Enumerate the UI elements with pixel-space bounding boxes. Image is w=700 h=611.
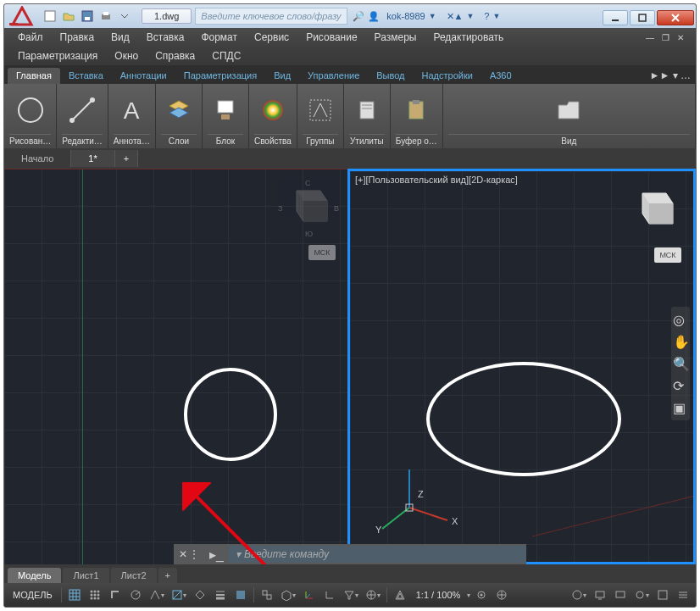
panel-label-draw[interactable]: Рисован…	[9, 134, 51, 148]
block-icon[interactable]	[208, 92, 243, 128]
panel-label-annotation[interactable]: Аннота…	[114, 134, 150, 148]
nav-showmotion-icon[interactable]: ▣	[673, 400, 688, 415]
cmdline-handle-icon[interactable]: ⋮	[189, 548, 199, 560]
status-snap-icon[interactable]	[86, 586, 104, 604]
exchange-icon[interactable]: ✕▲	[447, 11, 464, 22]
panel-label-clipboard[interactable]: Буфер о…	[396, 134, 437, 148]
menu-parametric[interactable]: Параметризация	[9, 48, 106, 64]
ucs-icon[interactable]: X Y Z	[367, 448, 469, 553]
nav-wheel-icon[interactable]: ◎	[673, 312, 688, 327]
status-osnap-icon[interactable]: ▾	[169, 586, 189, 604]
menu-spds[interactable]: СПДС	[203, 48, 249, 64]
status-hwaccel-icon[interactable]	[611, 586, 630, 604]
qat-new-icon[interactable]	[42, 8, 58, 25]
status-gizmo-icon[interactable]: ▾	[363, 586, 383, 604]
status-gear-icon[interactable]	[472, 586, 491, 604]
panel-label-modify[interactable]: Редакти…	[62, 134, 103, 148]
nav-zoom-icon[interactable]: 🔍	[673, 356, 688, 371]
status-filter-icon[interactable]: ▾	[341, 586, 361, 604]
status-annoscale-icon[interactable]	[391, 586, 409, 604]
signin-icon[interactable]: 👤	[368, 11, 380, 22]
close-button[interactable]	[657, 10, 694, 25]
status-annotate-icon[interactable]	[492, 586, 511, 604]
dropdown-icon[interactable]: ▼	[429, 12, 436, 20]
status-monitor-icon[interactable]	[591, 586, 609, 604]
ribbon-tab-output[interactable]: Вывод	[368, 68, 413, 84]
ribbon-tab-a360[interactable]: A360	[481, 68, 520, 84]
ribbon-collapse-icon[interactable]: ►► ▾ …	[645, 67, 696, 84]
minimize-button[interactable]	[603, 10, 628, 25]
qat-save-icon[interactable]	[79, 8, 96, 25]
status-lineweight-icon[interactable]	[211, 586, 230, 604]
command-input[interactable]: ▾Введите команду	[229, 546, 526, 563]
ribbon-tab-home[interactable]: Главная	[8, 68, 60, 84]
nav-orbit-icon[interactable]: ⟳	[673, 378, 688, 393]
panel-label-block[interactable]: Блок	[208, 134, 243, 148]
text-icon[interactable]: A	[114, 92, 149, 128]
qat-print-icon[interactable]	[97, 8, 114, 25]
panel-label-groups[interactable]: Группы	[303, 134, 338, 148]
ribbon-tab-manage[interactable]: Управление	[299, 68, 368, 84]
dropdown-icon[interactable]: ▼	[492, 12, 500, 20]
circle-icon[interactable]	[13, 92, 48, 128]
menu-format[interactable]: Формат	[192, 30, 246, 45]
binoculars-icon[interactable]: 🔎	[353, 11, 364, 22]
mdi-minimize-icon[interactable]: ―	[643, 31, 657, 43]
properties-icon[interactable]	[255, 92, 291, 128]
status-autosnap-icon[interactable]	[191, 586, 209, 604]
qat-more-icon[interactable]	[116, 8, 133, 25]
file-tab-start[interactable]: Начало	[4, 150, 71, 167]
layout-tab-add[interactable]: +	[158, 568, 177, 583]
app-logo[interactable]	[4, 4, 40, 28]
status-zoom-label[interactable]: 1:1 / 100%	[411, 586, 466, 604]
status-polar-icon[interactable]	[126, 586, 145, 604]
user-label[interactable]: kok-8989	[386, 11, 425, 21]
viewport-right[interactable]: [+][Пользовательский вид][2D-каркас] МСК…	[347, 169, 696, 564]
help-icon[interactable]: ?	[484, 11, 489, 21]
ribbon-tab-view[interactable]: Вид	[265, 68, 299, 84]
mdi-close-icon[interactable]: ✕	[674, 31, 687, 43]
status-iso-icon[interactable]: ▾	[147, 586, 167, 604]
status-isolate-icon[interactable]: ▾	[631, 586, 652, 604]
menu-view[interactable]: Вид	[103, 30, 138, 45]
menu-draw[interactable]: Рисование	[297, 30, 365, 45]
status-dynucs-icon[interactable]	[320, 586, 339, 604]
layout-tab-sheet1[interactable]: Лист1	[63, 568, 108, 583]
title-file-tab[interactable]: 1.dwg	[142, 8, 192, 24]
menu-dimensions[interactable]: Размеры	[366, 30, 425, 45]
status-customize-icon[interactable]	[674, 586, 692, 604]
drawing-circle-left[interactable]	[184, 368, 277, 461]
qat-open-icon[interactable]	[60, 8, 77, 25]
menu-edit[interactable]: Правка	[52, 30, 103, 45]
groups-icon[interactable]	[303, 92, 338, 128]
ribbon-tab-addins[interactable]: Надстройки	[414, 68, 481, 84]
menu-file[interactable]: Файл	[9, 30, 52, 45]
status-cleanscreen-icon[interactable]	[653, 586, 672, 604]
mdi-restore-icon[interactable]: ❐	[658, 31, 672, 43]
status-workspace-icon[interactable]: ▾	[569, 586, 589, 604]
view-icon[interactable]	[551, 92, 586, 128]
layout-tab-sheet2[interactable]: Лист2	[111, 568, 157, 583]
ribbon-tab-annotate[interactable]: Аннотации	[112, 68, 175, 84]
viewcube-right[interactable]	[627, 183, 681, 237]
status-ucs-icon[interactable]	[300, 586, 319, 604]
status-cycle-icon[interactable]	[258, 586, 276, 604]
menu-modify[interactable]: Редактировать	[425, 30, 512, 45]
layout-tab-model[interactable]: Модель	[8, 568, 61, 583]
viewcube-left[interactable]: С З В Ю	[281, 181, 336, 235]
status-ortho-icon[interactable]	[106, 586, 125, 604]
clipboard-icon[interactable]	[398, 92, 434, 128]
ribbon-tab-insert[interactable]: Вставка	[60, 68, 112, 84]
panel-label-properties[interactable]: Свойства	[254, 134, 292, 148]
status-3dosnap-icon[interactable]: ▾	[278, 586, 298, 604]
status-model-button[interactable]: МОДЕЛЬ	[8, 586, 58, 604]
nav-pan-icon[interactable]: ✋	[673, 334, 688, 349]
modify-icon[interactable]	[64, 92, 100, 128]
viewport-left[interactable]: С З В Ю МСК	[4, 169, 347, 564]
panel-label-layers[interactable]: Слои	[161, 134, 197, 148]
menu-help[interactable]: Справка	[147, 48, 203, 64]
menu-tools[interactable]: Сервис	[246, 30, 297, 45]
viewport-label[interactable]: [+][Пользовательский вид][2D-каркас]	[355, 175, 518, 185]
cmdline-close-icon[interactable]: ✕	[179, 548, 187, 560]
menu-insert[interactable]: Вставка	[138, 30, 193, 45]
